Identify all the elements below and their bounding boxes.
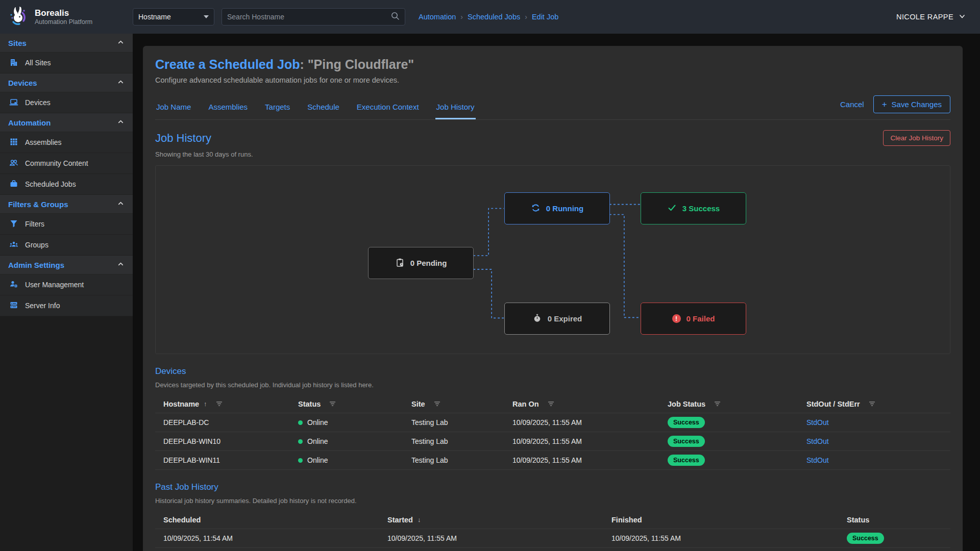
cancel-button[interactable]: Cancel [840,100,864,109]
sidebar-item-devices[interactable]: Devices [0,92,133,113]
hostname-select[interactable]: Hostname [133,8,214,26]
breadcrumb: Automation › Scheduled Jobs › Edit Job [419,13,558,21]
cell-ran-on: 10/09/2025, 11:55 AM [512,437,668,445]
devices-heading: Devices [155,366,950,377]
table-row: DEEPLAB-WIN10 Online Testing Lab 10/09/2… [155,432,950,451]
tab-assemblies[interactable]: Assemblies [207,99,249,119]
devices-col-ran-on[interactable]: Ran On [512,400,668,408]
tab-execution-context[interactable]: Execution Context [356,99,420,119]
past-job-history-heading: Past Job History [155,482,950,492]
past-col-status[interactable]: Status [847,516,950,524]
cell-ran-on: 10/09/2025, 11:55 AM [512,418,668,427]
stopwatch-icon [532,313,542,324]
job-history-header-row: Job History Clear Job History [155,130,950,146]
past-col-started[interactable]: Started ↓ [387,516,611,524]
cell-hostname: DEEPLAB-WIN11 [163,456,298,464]
flow-node-label: 0 Pending [410,259,447,267]
status-badge: Success [668,417,705,428]
tab-job-history[interactable]: Job History [435,99,476,119]
sidebar-section-sites[interactable]: Sites [0,34,133,53]
cell-job-status: Success [668,417,806,428]
sidebar-item-all-sites[interactable]: All Sites [0,53,133,73]
sidebar-item-label: Community Content [25,159,88,167]
sidebar-item-label: Scheduled Jobs [25,180,76,188]
stdout-link[interactable]: StdOut [806,418,829,427]
flow-node-expired[interactable]: 0 Expired [504,303,610,335]
cell-hostname: DEEPLAB-DC [163,418,298,427]
job-history-subheading: Showing the last 30 days of runs. [155,151,950,158]
cell-ran-on: 10/09/2025, 11:55 AM [512,456,668,464]
chevron-up-icon [117,199,125,209]
cell-stdout: StdOut [806,418,950,427]
search-input[interactable] [227,13,390,21]
sidebar-item-filters[interactable]: Filters [0,214,133,235]
tab-schedule[interactable]: Schedule [306,99,340,119]
filter-icon[interactable] [548,401,554,407]
sidebar-item-scheduled-jobs[interactable]: Scheduled Jobs [0,174,133,195]
devices-col-hostname[interactable]: Hostname ↑ [163,400,298,408]
past-col-finished[interactable]: Finished [611,516,847,524]
breadcrumb-edit-job[interactable]: Edit Job [532,13,558,21]
tab-job-name[interactable]: Job Name [155,99,192,119]
page-title-prefix: Create a Scheduled Job [155,57,300,71]
sidebar-item-groups[interactable]: Groups [0,235,133,256]
filter-icon[interactable] [434,401,440,407]
search-icon[interactable] [390,11,400,22]
cell-job-status: Success [668,455,806,466]
devices-col-site[interactable]: Site [411,400,512,408]
sidebar-item-community-content[interactable]: Community Content [0,153,133,174]
clear-job-history-button[interactable]: Clear Job History [883,130,950,146]
online-dot-icon [298,439,303,444]
sidebar-section-automation[interactable]: Automation [0,113,133,132]
sidebar-item-label: Groups [25,241,48,249]
sidebar-item-label: Server Info [25,302,60,310]
breadcrumb-automation[interactable]: Automation [419,13,456,21]
devices-col-stdout[interactable]: StdOut / StdErr [806,400,950,408]
stdout-link[interactable]: StdOut [806,437,829,445]
brand-text: Borealis Automation Platform [35,8,92,26]
cell-job-status: Success [668,436,806,447]
sidebar-section-filters-groups[interactable]: Filters & Groups [0,195,133,214]
filter-icon[interactable] [216,401,223,407]
past-job-history-subheading: Historical job history summaries. Detail… [155,497,950,505]
online-dot-icon [298,420,303,425]
tab-targets[interactable]: Targets [264,99,291,119]
flow-node-label: 3 Success [682,204,720,213]
cell-status: Success [847,533,950,544]
cell-site: Testing Lab [411,456,512,464]
cell-finished: 10/09/2025, 11:55 AM [611,534,847,542]
past-col-scheduled[interactable]: Scheduled [163,516,387,524]
job-flow-panel: 0 Pending 0 Running 3 Success 0 Expired [155,165,950,354]
filter-icon[interactable] [869,401,875,407]
sidebar-item-assemblies[interactable]: Assemblies [0,132,133,153]
devices-col-status[interactable]: Status [298,400,411,408]
cell-scheduled: 10/09/2025, 11:54 AM [163,534,387,542]
filter-icon[interactable] [714,401,721,407]
group-icon [9,240,18,251]
stdout-link[interactable]: StdOut [806,456,829,464]
devices-col-job-status[interactable]: Job Status [668,400,806,408]
table-row: DEEPLAB-WIN11 Online Testing Lab 10/09/2… [155,451,950,470]
user-gear-icon [9,280,18,290]
page-subtitle: Configure advanced schedulable automatio… [155,76,950,84]
sidebar-item-server-info[interactable]: Server Info [0,295,133,316]
page-title: Create a Scheduled Job: "Ping Cloudflare… [155,57,950,72]
flow-node-pending[interactable]: 0 Pending [368,247,474,279]
sidebar-section-devices[interactable]: Devices [0,73,133,92]
save-changes-button[interactable]: + Save Changes [873,95,950,113]
sidebar-item-label: Filters [25,220,44,228]
sidebar-item-label: Devices [25,98,51,107]
cell-site: Testing Lab [411,437,512,445]
flow-node-success[interactable]: 3 Success [641,192,746,224]
flow-node-running[interactable]: 0 Running [504,192,610,224]
search-box [222,8,405,26]
rabbit-logo-icon [7,5,30,29]
user-menu[interactable]: NICOLE RAPPE [896,13,966,21]
brand: Borealis Automation Platform [0,5,133,29]
sidebar-section-admin-settings[interactable]: Admin Settings [0,256,133,274]
flow-node-failed[interactable]: ! 0 Failed [641,303,746,335]
sidebar-item-user-management[interactable]: User Management [0,274,133,295]
breadcrumb-scheduled-jobs[interactable]: Scheduled Jobs [468,13,520,21]
past-table-header: Scheduled Started ↓ Finished Status [155,511,950,529]
filter-icon[interactable] [329,401,336,407]
